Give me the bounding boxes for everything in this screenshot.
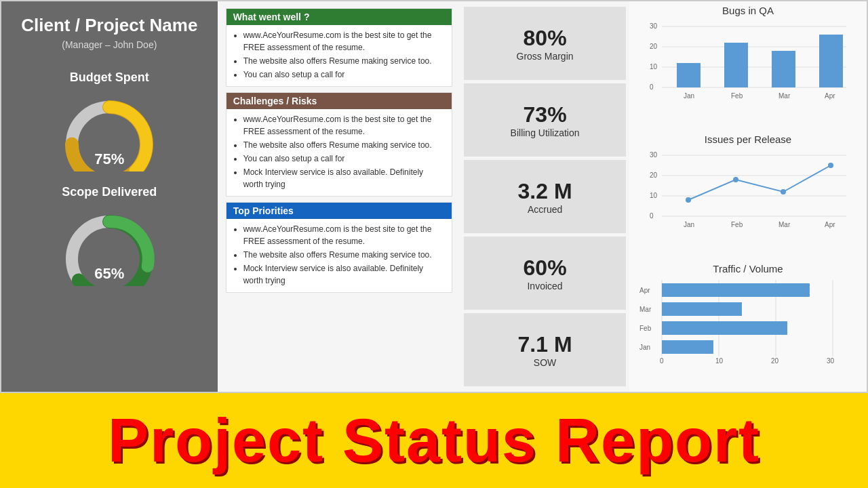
stats-panel: 80% Gross Margin 73% Billing Utilization… <box>460 1 629 392</box>
charts-panel: Bugs in QA 30 20 10 0 <box>629 1 867 392</box>
stat-box-3: 60% Invoiced <box>464 237 626 310</box>
svg-text:Jan: Jan <box>639 344 650 351</box>
priorities-content: www.AceYourResume.com is the best site t… <box>226 219 452 292</box>
svg-text:Apr: Apr <box>639 287 650 294</box>
hbar-feb <box>662 321 787 335</box>
svg-text:0: 0 <box>650 83 654 91</box>
svg-text:0: 0 <box>660 357 664 365</box>
issues-release-title: Issues per Release <box>636 134 860 145</box>
svg-text:Jan: Jan <box>684 221 694 228</box>
svg-text:Feb: Feb <box>731 221 743 228</box>
list-item: The website also offers Resume making se… <box>243 55 445 67</box>
traffic-volume-title: Traffic / Volume <box>636 263 860 274</box>
svg-text:Mar: Mar <box>778 92 791 100</box>
line-issues <box>688 165 831 200</box>
stat-value-4: 7.1 M <box>518 332 572 357</box>
budget-label: Budget Spent <box>70 70 149 85</box>
dot-jan <box>686 197 691 203</box>
svg-text:20: 20 <box>771 357 779 365</box>
list-item: You can also setup a call for <box>243 68 445 81</box>
banner-text: Project Status Report <box>108 406 760 476</box>
svg-text:10: 10 <box>715 357 724 365</box>
svg-text:Apr: Apr <box>825 221 835 228</box>
stat-box-0: 80% Gross Margin <box>464 7 626 80</box>
priorities-section: Top Priorities www.AceYourResume.com is … <box>226 202 452 293</box>
scope-label: Scope Delivered <box>62 185 157 199</box>
stat-value-3: 60% <box>524 256 567 281</box>
challenges-content: www.AceYourResume.com is the best site t… <box>226 109 452 196</box>
bar-mar <box>772 51 795 87</box>
bar-jan <box>677 63 701 87</box>
svg-text:30: 30 <box>827 357 835 365</box>
priorities-header: Top Priorities <box>226 203 452 219</box>
went-well-header: What went well ? <box>226 9 452 25</box>
stat-label-1: Billing Utilization <box>511 127 580 138</box>
middle-panel: What went well ? www.AceYourResume.com i… <box>218 1 460 392</box>
stat-box-2: 3.2 M Accrued <box>464 160 626 233</box>
hbar-jan <box>662 340 713 354</box>
dot-feb <box>733 177 738 182</box>
svg-text:10: 10 <box>650 192 658 199</box>
budget-gauge: 75% <box>55 90 163 171</box>
challenges-header: Challenges / Risks <box>226 93 452 109</box>
budget-value: 75% <box>94 150 124 168</box>
project-title: Client / Project Name <box>21 15 197 36</box>
svg-text:Apr: Apr <box>825 92 835 100</box>
svg-text:Feb: Feb <box>639 325 652 332</box>
stat-value-1: 73% <box>524 102 567 127</box>
bar-feb <box>724 43 748 87</box>
stat-value-2: 3.2 M <box>518 179 572 204</box>
stat-value-0: 80% <box>524 26 567 51</box>
list-item: The website also offers Resume making se… <box>243 139 445 151</box>
went-well-content: www.AceYourResume.com is the best site t… <box>226 25 452 86</box>
svg-text:20: 20 <box>650 171 658 179</box>
traffic-volume-chart: Traffic / Volume Apr Mar Feb Jan 0 10 20… <box>636 263 860 388</box>
list-item: www.AceYourResume.com is the best site t… <box>243 223 445 247</box>
dot-apr <box>828 163 833 168</box>
stat-label-3: Invoiced <box>527 281 562 291</box>
list-item: You can also setup a call for <box>243 152 445 165</box>
stat-label-4: SOW <box>534 357 556 368</box>
hbar-apr <box>662 283 810 297</box>
list-item: Mock Interview service is also available… <box>243 262 445 287</box>
svg-text:Jan: Jan <box>684 92 694 100</box>
stat-label-2: Accrued <box>528 204 562 215</box>
stat-box-4: 7.1 M SOW <box>464 313 626 386</box>
list-item: www.AceYourResume.com is the best site t… <box>243 29 445 54</box>
list-item: The website also offers Resume making se… <box>243 249 445 261</box>
issues-release-chart: Issues per Release 30 20 10 0 <box>636 134 860 259</box>
list-item: Mock Interview service is also available… <box>243 166 445 190</box>
left-panel: Client / Project Name (Manager – John Do… <box>1 1 218 392</box>
svg-text:Mar: Mar <box>639 306 652 313</box>
scope-value: 65% <box>94 265 124 283</box>
bar-apr <box>819 35 843 87</box>
went-well-section: What went well ? www.AceYourResume.com i… <box>226 8 452 87</box>
svg-text:30: 30 <box>650 151 658 159</box>
stat-label-0: Gross Margin <box>517 51 574 62</box>
dot-mar <box>781 189 786 195</box>
svg-text:10: 10 <box>650 63 658 70</box>
bugs-qa-title: Bugs in QA <box>636 5 860 16</box>
bottom-banner: Project Status Report <box>0 393 868 488</box>
bugs-qa-chart: Bugs in QA 30 20 10 0 <box>636 5 860 130</box>
svg-text:Feb: Feb <box>731 92 743 100</box>
list-item: www.AceYourResume.com is the best site t… <box>243 113 445 138</box>
svg-text:20: 20 <box>650 43 658 50</box>
svg-text:30: 30 <box>650 22 658 30</box>
scope-gauge: 65% <box>55 205 163 286</box>
svg-text:Mar: Mar <box>778 221 791 228</box>
stat-box-1: 73% Billing Utilization <box>464 83 626 157</box>
hbar-mar <box>662 302 742 316</box>
challenges-section: Challenges / Risks www.AceYourResume.com… <box>226 92 452 197</box>
project-manager: (Manager – John Doe) <box>62 39 157 50</box>
svg-text:0: 0 <box>650 212 654 220</box>
